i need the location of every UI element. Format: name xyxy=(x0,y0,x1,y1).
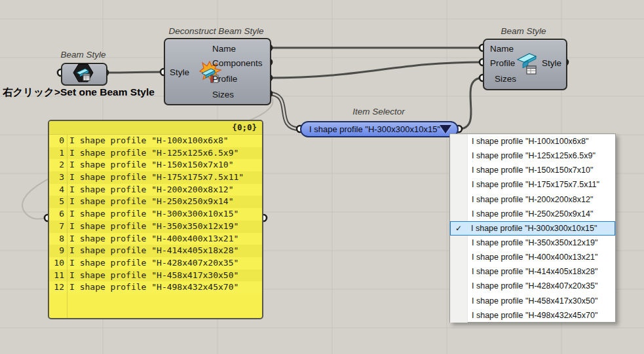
dropdown-item[interactable]: I shape profile "H-175x175x7.5x11" xyxy=(450,177,615,192)
panel-row: 5I shape profile "H-250x250x9x14" xyxy=(49,196,262,208)
panel-row-index: 7 xyxy=(49,221,64,233)
dropdown-item[interactable]: I shape profile "H-200x200x8x12" xyxy=(450,192,615,207)
deconstruct-output-label-components: Components xyxy=(212,58,263,69)
dropdown-item-gutter xyxy=(450,134,468,149)
dropdown-item-gutter xyxy=(450,163,468,177)
dropdown-item-gutter xyxy=(450,250,468,264)
panel-row: 4I shape profile "H-200x200x8x12" xyxy=(49,184,262,196)
dropdown-item-gutter xyxy=(450,308,468,323)
checkmark-icon: ✓ xyxy=(450,221,467,236)
dropdown-item-label: I shape profile "H-428x407x20x35" xyxy=(472,281,597,291)
panel-row-index: 0 xyxy=(49,135,64,147)
panel-row-text: I shape profile "H-498x432x45x70" xyxy=(69,281,238,294)
panel-rows: 0I shape profile "H-100x100x6x8"1I shape… xyxy=(49,135,262,294)
panel-row-index: 2 xyxy=(49,159,64,171)
dropdown-item[interactable]: I shape profile "H-428x407x20x35" xyxy=(450,279,615,293)
dropdown-item-gutter xyxy=(450,236,468,250)
panel-row-index: 6 xyxy=(49,208,64,221)
dropdown-item-label: I shape profile "H-498x432x45x70" xyxy=(472,311,597,320)
dropdown-item-label: I shape profile "H-400x400x13x21" xyxy=(472,253,597,262)
panel-row-text: I shape profile "H-428x407x20x35" xyxy=(69,257,238,270)
dropdown-item[interactable]: I shape profile "H-414x405x18x28" xyxy=(450,264,615,279)
item-selector-title: Item Selector xyxy=(352,107,405,116)
dropdown-item-label: I shape profile "H-458x417x30x50" xyxy=(472,296,597,306)
deconstruct-output-label-name: Name xyxy=(212,43,236,55)
panel-row-text: I shape profile "H-458x417x30x50" xyxy=(69,270,238,282)
panel-row-text: I shape profile "H-414x405x18x28" xyxy=(69,245,238,257)
item-selector-value: I shape profile "H-300x300x10x15" xyxy=(309,124,440,134)
beam-style-component[interactable]: NameProfileSizes Style xyxy=(483,39,567,90)
panel-row: 2I shape profile "H-150x150x7x10" xyxy=(49,159,262,171)
panel-path-header: {0;0} xyxy=(49,121,262,135)
panel-row-index: 12 xyxy=(49,281,64,294)
beamstyle-output-label: Style xyxy=(542,58,561,69)
panel-row-text: I shape profile "H-125x125x6.5x9" xyxy=(69,147,238,160)
panel-row-index: 3 xyxy=(49,171,64,184)
deconstruct-output-label-profile: Profile xyxy=(212,73,237,85)
dropdown-item-label: I shape profile "H-150x150x7x10" xyxy=(472,166,593,175)
dropdown-item-label: I shape profile "H-414x405x18x28" xyxy=(472,267,597,276)
panel-row-index: 10 xyxy=(49,257,64,270)
panel-row-index: 5 xyxy=(49,196,64,208)
panel-row: 11I shape profile "H-458x417x30x50" xyxy=(49,270,262,282)
panel-row-text: I shape profile "H-175x175x7.5x11" xyxy=(69,171,244,184)
panel-row: 10I shape profile "H-428x407x20x35" xyxy=(49,257,262,270)
dropdown-item[interactable]: I shape profile "H-458x417x30x50" xyxy=(450,294,615,308)
beamstyle-input-label-sizes: Sizes xyxy=(495,73,516,85)
grasshopper-canvas[interactable]: Beam Style Deconstruct Beam Style Item S… xyxy=(0,0,644,354)
wire-style-to-deconstruct[interactable] xyxy=(105,72,164,73)
data-panel[interactable]: {0;0} 0I shape profile "H-100x100x6x8"1I… xyxy=(48,120,263,319)
panel-row-text: I shape profile "H-250x250x9x14" xyxy=(69,196,233,208)
panel-row: 12I shape profile "H-498x432x45x70" xyxy=(49,281,262,294)
dropdown-item-label: I shape profile "H-100x100x6x8" xyxy=(472,137,588,146)
beam-style-param-icon xyxy=(72,63,94,82)
wire-selector-to-sizes[interactable] xyxy=(459,78,483,129)
wire-sizes-to-selector-core xyxy=(269,94,300,129)
dropdown-item[interactable]: I shape profile "H-250x250x9x14" xyxy=(450,207,615,221)
dropdown-item[interactable]: I shape profile "H-125x125x6.5x9" xyxy=(450,149,615,163)
dropdown-item[interactable]: ✓I shape profile "H-300x300x10x15" xyxy=(450,221,615,236)
beamstyle-title: Beam Style xyxy=(501,26,546,36)
dropdown-item-label: I shape profile "H-125x125x6.5x9" xyxy=(472,151,596,160)
wire-profile[interactable] xyxy=(269,62,483,78)
deconstruct-beam-style-component[interactable]: Style NameComponentsProfileSizes xyxy=(164,38,271,105)
beamstyle-input-label-profile: Profile xyxy=(490,58,515,69)
panel-row-text: I shape profile "H-350x350x12x19" xyxy=(69,221,238,233)
dropdown-item[interactable]: I shape profile "H-150x150x7x10" xyxy=(450,163,615,177)
panel-row-text: I shape profile "H-300x300x10x15" xyxy=(69,208,238,221)
dropdown-item[interactable]: I shape profile "H-100x100x6x8" xyxy=(450,134,615,149)
panel-row-text: I shape profile "H-200x200x8x12" xyxy=(69,184,233,196)
dropdown-item[interactable]: I shape profile "H-498x432x45x70" xyxy=(450,308,615,323)
deconstruct-input-label: Style xyxy=(170,67,189,79)
panel-gutter-divider xyxy=(67,135,67,318)
item-selector-component[interactable]: I shape profile "H-300x300x10x15" xyxy=(300,121,459,137)
panel-row: 8I shape profile "H-400x400x13x21" xyxy=(49,233,262,245)
panel-row-index: 4 xyxy=(49,184,64,196)
panel-row: 3I shape profile "H-175x175x7.5x11" xyxy=(49,171,262,184)
panel-row: 6I shape profile "H-300x300x10x15" xyxy=(49,208,262,221)
panel-row: 0I shape profile "H-100x100x6x8" xyxy=(49,135,262,147)
dropdown-item-gutter xyxy=(450,207,468,221)
dropdown-item-gutter xyxy=(450,264,468,279)
deconstruct-title: Deconstruct Beam Style xyxy=(169,26,264,36)
panel-row-text: I shape profile "H-150x150x7x10" xyxy=(69,159,233,171)
beamstyle-input-label-name: Name xyxy=(490,43,514,55)
dropdown-item-gutter xyxy=(450,279,468,293)
dropdown-item-label: I shape profile "H-200x200x8x12" xyxy=(472,195,593,204)
canvas-note: 右クリック>Set one Beam Style xyxy=(3,86,155,99)
dropdown-item-label: I shape profile "H-175x175x7.5x11" xyxy=(472,180,599,189)
dropdown-item-label: I shape profile "H-250x250x9x14" xyxy=(472,209,593,219)
dropdown-item-gutter xyxy=(450,192,468,207)
dropdown-item-gutter xyxy=(450,149,468,163)
dropdown-item[interactable]: I shape profile "H-400x400x13x21" xyxy=(450,250,615,264)
param-title: Beam Style xyxy=(60,50,105,60)
triangle-down-icon[interactable] xyxy=(440,125,451,133)
beam-style-icon xyxy=(515,50,542,77)
panel-row: 9I shape profile "H-414x405x18x28" xyxy=(49,245,262,257)
panel-row-index: 9 xyxy=(49,245,64,257)
beam-style-param-component[interactable] xyxy=(61,63,107,86)
panel-row-index: 11 xyxy=(49,270,64,282)
dropdown-item-label: I shape profile "H-350x350x12x19" xyxy=(472,238,597,247)
dropdown-item[interactable]: I shape profile "H-350x350x12x19" xyxy=(450,236,615,250)
panel-row-index: 1 xyxy=(49,147,64,160)
